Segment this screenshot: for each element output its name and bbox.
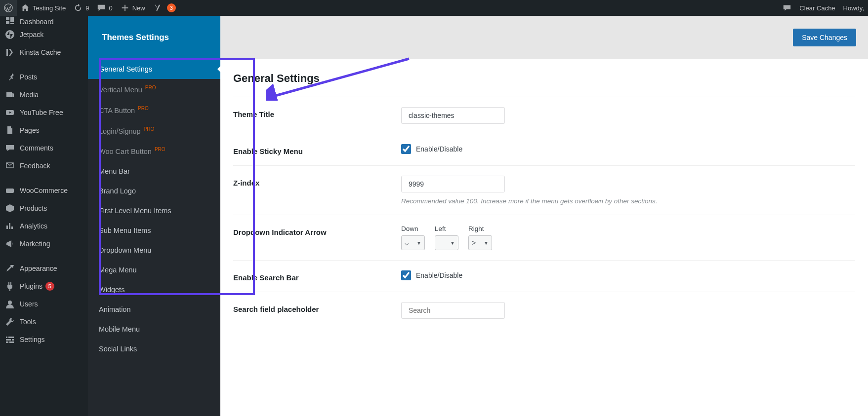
pro-tag: PRO bbox=[144, 126, 155, 132]
arrow-left-select[interactable]: ▼ bbox=[435, 235, 458, 250]
svg-rect-6 bbox=[6, 339, 14, 340]
adminmenu-label: YouTube Free bbox=[20, 109, 63, 116]
yoast-icon bbox=[153, 3, 162, 12]
comments-link[interactable]: 0 bbox=[93, 0, 116, 16]
adminmenu-label: Appearance bbox=[20, 265, 57, 272]
howdy-label: Howdy, bbox=[843, 4, 864, 12]
new-content-link[interactable]: New bbox=[117, 0, 149, 16]
adminmenu-item-settings[interactable]: Settings bbox=[0, 331, 88, 348]
settings-tab-label: Woo Cart Button bbox=[99, 148, 152, 155]
yoast-notification-badge: 3 bbox=[167, 3, 176, 12]
adminmenu-item-kinsta-cache[interactable]: Kinsta Cache bbox=[0, 43, 88, 61]
settings-tab-animation[interactable]: Animation bbox=[88, 300, 220, 319]
settings-tab-mobile-menu[interactable]: Mobile Menu bbox=[88, 319, 220, 339]
adminmenu-item-users[interactable]: Users bbox=[0, 295, 88, 313]
wp-logo[interactable] bbox=[0, 0, 17, 16]
adminmenu-item-plugins[interactable]: Plugins5 bbox=[0, 277, 88, 295]
adminmenu-item-products[interactable]: Products bbox=[0, 199, 88, 217]
adminmenu-label: Settings bbox=[20, 336, 45, 343]
adminmenu-label: Kinsta Cache bbox=[20, 48, 61, 56]
settings-tab-menu-bar[interactable]: Menu Bar bbox=[88, 161, 220, 181]
adminmenu-label: Plugins bbox=[20, 282, 42, 290]
adminmenu-item-jetpack[interactable]: Jetpack bbox=[0, 26, 88, 43]
updates-count: 9 bbox=[85, 4, 89, 12]
plugins-update-badge: 5 bbox=[45, 282, 54, 291]
adminmenu-label: WooCommerce bbox=[20, 187, 68, 194]
settings-tab-label: Vertical Menu bbox=[99, 86, 142, 94]
settings-tab-label: Menu Bar bbox=[99, 167, 130, 175]
svg-rect-3 bbox=[6, 189, 14, 193]
adminmenu-item-dashboard[interactable]: Dashboard bbox=[0, 16, 88, 26]
sticky-menu-label: Enable Sticky Menu bbox=[233, 144, 401, 155]
theme-title-input[interactable] bbox=[401, 107, 505, 124]
adminmenu-item-pages[interactable]: Pages bbox=[0, 121, 88, 139]
settings-tab-label: Brand Logo bbox=[99, 187, 136, 195]
adminmenu-item-marketing[interactable]: Marketing bbox=[0, 235, 88, 253]
settings-tab-login-signup[interactable]: Login/SignupPRO bbox=[88, 120, 220, 141]
zindex-input[interactable] bbox=[401, 176, 505, 192]
adminmenu-label: Marketing bbox=[20, 240, 50, 248]
adminmenu-item-youtube-free[interactable]: YouTube Free bbox=[0, 104, 88, 121]
adminmenu-item-analytics[interactable]: Analytics bbox=[0, 217, 88, 235]
settings-tab-first-level-menu-items[interactable]: First Level Menu Items bbox=[88, 201, 220, 221]
adminmenu-item-feedback[interactable]: Feedback bbox=[0, 157, 88, 175]
general-settings-heading: General Settings bbox=[233, 72, 855, 85]
adminmenu-label: Tools bbox=[20, 318, 36, 326]
chevron-down-icon: ▼ bbox=[450, 240, 455, 246]
clear-cache-link[interactable]: Clear Cache bbox=[795, 0, 839, 16]
settings-tab-label: Mega Menu bbox=[99, 266, 137, 274]
settings-tab-social-links[interactable]: Social Links bbox=[88, 339, 220, 359]
themes-settings-title: Themes Settings bbox=[102, 33, 169, 42]
themes-settings-header: Themes Settings bbox=[88, 16, 220, 59]
arrow-down-select[interactable]: ⌵ ▼ bbox=[401, 235, 425, 250]
settings-tab-cta-button[interactable]: CTA ButtonPRO bbox=[88, 100, 220, 120]
adminmenu-label: Products bbox=[20, 204, 47, 212]
new-label: New bbox=[132, 4, 145, 12]
comments-count: 0 bbox=[109, 4, 112, 12]
settings-tab-sub-menu-items[interactable]: Sub Menu Items bbox=[88, 221, 220, 240]
settings-tab-label: First Level Menu Items bbox=[99, 207, 171, 215]
svg-rect-8 bbox=[7, 336, 8, 339]
settings-tab-label: General Settings bbox=[99, 65, 152, 73]
settings-tab-label: Widgets bbox=[99, 286, 124, 294]
search-placeholder-input[interactable] bbox=[401, 302, 505, 319]
updates-link[interactable]: 9 bbox=[70, 0, 93, 16]
save-changes-button[interactable]: Save Changes bbox=[793, 29, 856, 46]
search-bar-checkbox-label: Enable/Disable bbox=[416, 271, 462, 279]
settings-tab-brand-logo[interactable]: Brand Logo bbox=[88, 181, 220, 201]
settings-tab-mega-menu[interactable]: Mega Menu bbox=[88, 260, 220, 280]
settings-tab-widgets[interactable]: Widgets bbox=[88, 280, 220, 300]
pro-tag: PRO bbox=[155, 147, 165, 152]
pro-tag: PRO bbox=[138, 106, 149, 111]
svg-rect-9 bbox=[11, 339, 12, 341]
yoast-link[interactable]: 3 bbox=[149, 0, 180, 16]
search-bar-checkbox[interactable] bbox=[401, 270, 411, 280]
adminmenu-label: Analytics bbox=[20, 222, 47, 230]
settings-tab-general-settings[interactable]: General Settings bbox=[88, 59, 220, 79]
site-name-link[interactable]: Testing Site bbox=[17, 0, 70, 16]
adminmenu-label: Posts bbox=[20, 73, 37, 81]
adminmenu-item-appearance[interactable]: Appearance bbox=[0, 260, 88, 277]
adminmenu-label: Comments bbox=[20, 144, 53, 152]
adminmenu-label: Feedback bbox=[20, 162, 50, 170]
settings-tab-label: Login/Signup bbox=[99, 127, 141, 135]
settings-tab-label: Animation bbox=[99, 305, 130, 313]
arrow-right-label: Right bbox=[468, 225, 492, 232]
theme-title-label: Theme Title bbox=[233, 107, 401, 118]
arrow-right-glyph: > bbox=[472, 239, 476, 247]
arrow-right-select[interactable]: > ▼ bbox=[468, 235, 492, 250]
settings-tab-woo-cart-button[interactable]: Woo Cart ButtonPRO bbox=[88, 141, 220, 161]
adminmenu-item-media[interactable]: Media bbox=[0, 86, 88, 104]
pro-tag: PRO bbox=[145, 85, 156, 90]
settings-tab-vertical-menu[interactable]: Vertical MenuPRO bbox=[88, 79, 220, 100]
adminmenu-item-comments[interactable]: Comments bbox=[0, 139, 88, 157]
svg-point-4 bbox=[8, 301, 12, 304]
howdy-account[interactable]: Howdy, bbox=[839, 0, 868, 16]
sticky-menu-checkbox[interactable] bbox=[401, 144, 411, 154]
settings-tab-dropdown-menu[interactable]: Dropdown Menu bbox=[88, 240, 220, 260]
adminmenu-item-posts[interactable]: Posts bbox=[0, 68, 88, 86]
adminmenu-item-woocommerce[interactable]: WooCommerce bbox=[0, 182, 88, 199]
adminbar-notification-icon[interactable] bbox=[779, 0, 795, 16]
adminmenu-item-tools[interactable]: Tools bbox=[0, 313, 88, 331]
plus-icon bbox=[121, 3, 129, 12]
